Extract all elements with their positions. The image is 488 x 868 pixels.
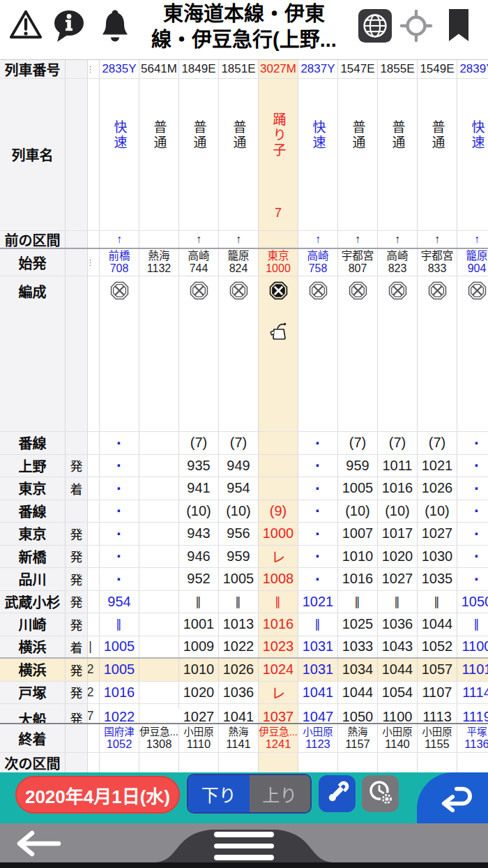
time-cell[interactable]: 1100 <box>378 704 418 723</box>
bookmark-icon[interactable] <box>445 8 473 46</box>
time-cell[interactable] <box>259 432 298 454</box>
time-cell[interactable]: 1022 <box>100 704 139 723</box>
terminus-cell[interactable]: 国府津1052 <box>100 724 139 752</box>
time-cell[interactable]: 1026 <box>418 477 457 500</box>
consist-cell[interactable] <box>457 276 488 431</box>
direction-down-button[interactable]: 下り <box>188 775 250 812</box>
time-cell[interactable]: · <box>100 568 139 590</box>
time-cell[interactable]: 1114 <box>457 682 488 704</box>
time-cell[interactable]: 1013 <box>219 613 259 636</box>
time-cell[interactable]: レ <box>259 682 298 704</box>
time-cell[interactable]: ∥ <box>179 591 219 613</box>
time-cell[interactable] <box>139 500 179 523</box>
prev-section-cell[interactable]: ↑ <box>457 231 488 248</box>
time-cell[interactable]: 1008 <box>259 568 298 590</box>
settings-wrench-button[interactable] <box>319 775 356 812</box>
time-cell[interactable]: 1016 <box>338 568 378 590</box>
time-cell[interactable]: 959 <box>338 455 378 477</box>
time-cell[interactable]: 935 <box>179 455 219 477</box>
time-cell[interactable]: 1010 <box>338 546 378 568</box>
train-name-cell[interactable]: 普通 <box>179 79 219 230</box>
train-name-cell[interactable]: 普通 <box>338 79 378 230</box>
time-cell[interactable]: 1037 <box>259 704 298 723</box>
prev-section-cell[interactable]: ↑ <box>298 231 338 248</box>
prev-section-cell[interactable] <box>139 231 179 248</box>
time-cell[interactable]: (10) <box>338 500 378 523</box>
time-cell[interactable]: 1027 <box>179 704 219 723</box>
time-cell[interactable]: 1041 <box>298 682 338 704</box>
time-cell[interactable]: 1025 <box>338 613 378 636</box>
next-section-cell[interactable] <box>100 753 139 772</box>
time-cell[interactable]: ∥ <box>100 613 139 636</box>
terminus-cell[interactable]: 伊豆急...1241 <box>259 724 298 752</box>
time-cell[interactable]: 1033 <box>338 636 378 658</box>
next-section-cell[interactable] <box>259 753 298 772</box>
terminus-cell[interactable]: 小田原1110 <box>179 724 219 752</box>
time-cell[interactable]: 1031 <box>298 659 338 681</box>
prev-section-cell[interactable]: ↑ <box>418 231 457 248</box>
consist-cell[interactable] <box>298 276 338 431</box>
terminus-cell[interactable]: 小田原1140 <box>378 724 418 752</box>
time-cell[interactable]: レ <box>259 546 298 568</box>
prev-section-cell[interactable]: ↑ <box>338 231 378 248</box>
time-cell[interactable]: 1020 <box>179 682 219 704</box>
time-cell[interactable]: 1027 <box>418 523 457 545</box>
info-icon[interactable] <box>52 8 86 46</box>
time-cell[interactable]: 1119 <box>457 704 488 723</box>
time-cell[interactable]: 1024 <box>259 659 298 681</box>
time-cell[interactable]: · <box>457 568 488 590</box>
time-cell[interactable]: (10) <box>179 500 219 523</box>
time-cell[interactable]: 1100 <box>457 636 488 658</box>
terminus-cell[interactable]: 熱海1141 <box>219 724 259 752</box>
time-cell[interactable]: 943 <box>179 523 219 545</box>
time-cell[interactable]: 1047 <box>298 704 338 723</box>
return-button[interactable] <box>431 780 480 816</box>
time-cell[interactable]: · <box>298 568 338 590</box>
time-cell[interactable]: · <box>298 432 338 454</box>
time-cell[interactable]: 941 <box>179 477 219 500</box>
time-cell[interactable]: ∥ <box>298 613 338 636</box>
origin-cell[interactable]: 籠原904 <box>457 249 488 276</box>
terminus-cell[interactable]: 平塚1136 <box>457 724 488 752</box>
next-section-cell[interactable] <box>179 753 219 772</box>
time-cell[interactable]: 1031 <box>298 636 338 658</box>
next-section-cell[interactable] <box>219 753 259 772</box>
time-cell[interactable]: 959 <box>219 546 259 568</box>
time-cell[interactable]: 1052 <box>418 636 457 658</box>
time-cell[interactable] <box>139 591 179 613</box>
time-cell[interactable]: 1005 <box>100 659 139 681</box>
time-cell[interactable]: 1026 <box>219 659 259 681</box>
time-cell[interactable]: · <box>457 477 488 500</box>
time-cell[interactable] <box>259 477 298 500</box>
time-cell[interactable]: · <box>100 500 139 523</box>
train-number-cell[interactable]: 1849E <box>179 60 219 78</box>
time-cell[interactable]: · <box>100 477 139 500</box>
time-cell[interactable]: · <box>457 455 488 477</box>
time-cell[interactable]: 1009 <box>179 636 219 658</box>
prev-section-cell[interactable]: ↑ <box>378 231 418 248</box>
train-number-cell[interactable]: 5641M <box>139 60 179 78</box>
time-cell[interactable]: 1016 <box>378 477 418 500</box>
time-cell[interactable] <box>139 613 179 636</box>
time-cell[interactable] <box>139 455 179 477</box>
time-cell[interactable]: 1035 <box>418 568 457 590</box>
date-button[interactable]: 2020年4月1日(水) <box>15 776 180 814</box>
origin-cell[interactable]: 宇都宮833 <box>418 249 457 276</box>
time-cell[interactable]: 1036 <box>378 613 418 636</box>
time-cell[interactable]: 1005 <box>100 636 139 658</box>
time-cell[interactable]: 1023 <box>259 636 298 658</box>
time-cell[interactable]: 1017 <box>378 523 418 545</box>
time-cell[interactable]: 1043 <box>378 636 418 658</box>
origin-cell[interactable]: 東京1000 <box>259 249 298 276</box>
train-number-cell[interactable]: 3027M <box>259 60 298 78</box>
time-cell[interactable] <box>259 455 298 477</box>
time-cell[interactable]: 1036 <box>219 682 259 704</box>
direction-up-button[interactable]: 上り <box>250 775 311 812</box>
consist-cell[interactable] <box>179 276 219 431</box>
time-cell[interactable]: (7) <box>378 432 418 454</box>
terminus-cell[interactable]: 熱海1157 <box>338 724 378 752</box>
time-cell[interactable]: · <box>298 546 338 568</box>
time-cell[interactable]: 1057 <box>418 659 457 681</box>
time-cell[interactable]: · <box>457 500 488 523</box>
time-cell[interactable]: 1113 <box>418 704 457 723</box>
